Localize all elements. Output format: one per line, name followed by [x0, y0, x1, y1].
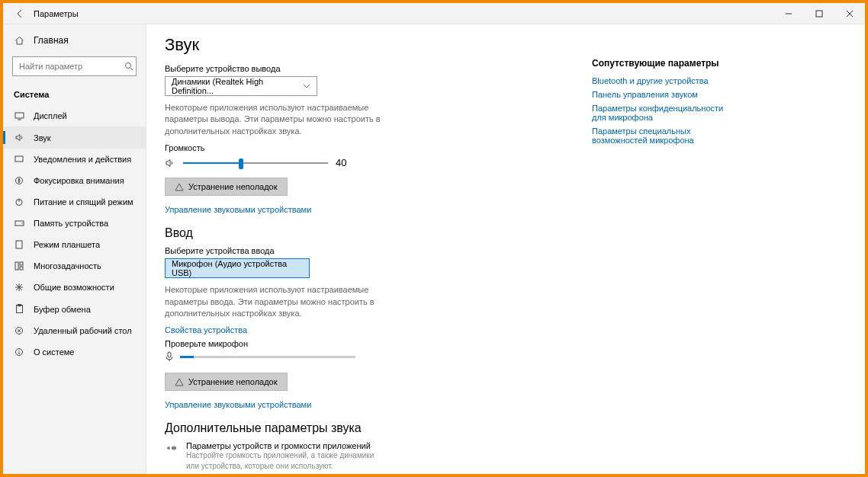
related-link-privacy[interactable]: Параметры конфиденциальности для микрофо…: [592, 104, 729, 122]
remote-icon: [14, 326, 24, 335]
search-icon: [124, 62, 133, 71]
svg-point-4: [126, 63, 131, 69]
power-icon: [14, 197, 24, 206]
app-volume-icon: [165, 441, 178, 455]
manage-input-link[interactable]: Управление звуковыми устройствами: [165, 400, 561, 409]
svg-rect-15: [15, 262, 18, 270]
output-desc: Некоторые приложения используют настраив…: [165, 102, 394, 137]
output-troubleshoot-button[interactable]: Устранение неполадок: [165, 178, 288, 196]
output-device-label: Выберите устройство вывода: [165, 64, 561, 73]
svg-point-29: [18, 350, 19, 351]
speaker-icon: [165, 158, 175, 168]
shared-icon: [14, 283, 24, 292]
app-volume-item[interactable]: Параметры устройств и громкости приложен…: [165, 441, 561, 472]
storage-icon: [14, 219, 24, 227]
home-label: Главная: [34, 35, 69, 46]
warning-icon: [175, 378, 184, 386]
volume-slider[interactable]: [183, 162, 328, 164]
related-heading: Сопутствующие параметры: [592, 58, 729, 69]
sidebar-item-sound[interactable]: Звук: [3, 126, 146, 149]
svg-rect-30: [168, 352, 171, 357]
clipboard-icon: [14, 304, 24, 314]
svg-rect-17: [20, 267, 23, 270]
device-properties-link[interactable]: Свойства устройства: [165, 325, 561, 335]
close-button[interactable]: [834, 3, 865, 24]
svg-rect-6: [15, 113, 24, 118]
sidebar-item-power[interactable]: Питание и спящий режим: [3, 191, 146, 213]
manage-output-link[interactable]: Управление звуковыми устройствами: [165, 205, 561, 214]
tablet-icon: [14, 240, 24, 249]
window-title: Параметры: [34, 9, 79, 18]
maximize-button[interactable]: [804, 3, 834, 24]
about-icon: [14, 347, 24, 357]
sidebar-item-focus[interactable]: Фокусировка внимания: [3, 170, 146, 191]
sidebar-item-storage[interactable]: Память устройства: [3, 213, 146, 234]
svg-rect-1: [816, 11, 822, 17]
page-title: Звук: [165, 35, 561, 55]
volume-label: Громкость: [165, 143, 561, 152]
related-link-accessibility[interactable]: Параметры специальных возможностей микро…: [592, 126, 729, 145]
search-field[interactable]: [19, 62, 124, 71]
svg-rect-8: [15, 156, 23, 162]
sidebar-item-clipboard[interactable]: Буфер обмена: [3, 298, 146, 320]
multitask-icon: [14, 261, 24, 271]
focus-icon: [14, 176, 24, 185]
display-icon: [14, 112, 24, 120]
input-heading: Ввод: [165, 226, 561, 240]
sidebar-item-tablet[interactable]: Режим планшета: [3, 234, 146, 255]
sidebar-item-multitask[interactable]: Многозадачность: [3, 255, 146, 277]
input-desc: Некоторые приложения используют настраив…: [165, 284, 394, 319]
test-mic-label: Проверьте микрофон: [165, 339, 561, 348]
volume-value: 40: [336, 157, 354, 168]
svg-line-5: [130, 68, 133, 70]
app-volume-desc: Настройте громкость приложений, а также …: [186, 450, 384, 472]
sidebar-item-about[interactable]: О системе: [3, 341, 146, 363]
minimize-button[interactable]: [773, 3, 804, 24]
sidebar-group: Система: [3, 82, 146, 105]
home-link[interactable]: Главная: [3, 30, 146, 50]
related-link-bluetooth[interactable]: Bluetooth и другие устройства: [592, 76, 729, 85]
chevron-down-icon: [303, 84, 310, 88]
related-link-control-panel[interactable]: Панель управления звуком: [592, 90, 729, 99]
input-device-dropdown[interactable]: Микрофон (Аудио устройства USB): [165, 258, 310, 278]
home-icon: [14, 36, 24, 46]
sidebar-item-shared[interactable]: Общие возможности: [3, 277, 146, 298]
output-device-dropdown[interactable]: Динамики (Realtek High Definition...: [165, 76, 317, 96]
input-troubleshoot-button[interactable]: Устранение неполадок: [165, 373, 288, 391]
svg-point-13: [21, 222, 22, 223]
app-volume-title: Параметры устройств и громкости приложен…: [186, 441, 384, 450]
microphone-icon: [165, 351, 174, 362]
sidebar: Главная Система Дисплей Звук Уведомления…: [3, 24, 146, 474]
sidebar-item-notifications[interactable]: Уведомления и действия: [3, 149, 146, 170]
input-device-label: Выберите устройства ввода: [165, 246, 561, 255]
search-input[interactable]: [12, 56, 137, 76]
advanced-heading: Дополнительные параметры звука: [165, 421, 561, 435]
notifications-icon: [14, 155, 24, 164]
mic-level-bar: [180, 356, 355, 358]
warning-icon: [175, 183, 184, 191]
svg-rect-16: [20, 262, 23, 265]
sound-icon: [14, 133, 24, 142]
back-button[interactable]: [9, 3, 31, 24]
sidebar-item-display[interactable]: Дисплей: [3, 105, 146, 126]
sidebar-item-remote[interactable]: Удаленный рабочий стол: [3, 320, 146, 341]
svg-rect-14: [16, 241, 22, 248]
